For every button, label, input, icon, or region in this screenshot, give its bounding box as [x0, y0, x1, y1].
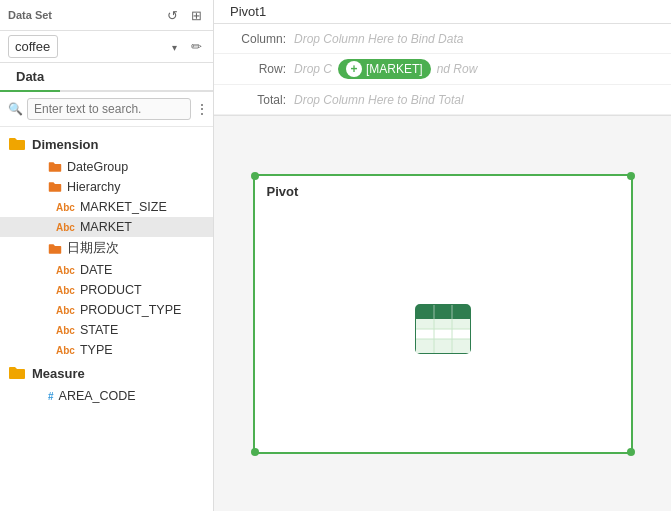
menu-dots-icon[interactable]: ⋮ — [195, 101, 209, 117]
hierarchy-folder-icon — [48, 180, 62, 194]
product-label: PRODUCT — [80, 283, 142, 297]
dataset-selector: coffee ▾ ✏ — [0, 31, 213, 63]
type-abc-icon: Abc — [56, 345, 75, 356]
chip-plus-icon: + — [346, 61, 362, 77]
market-chip[interactable]: + [MARKET] — [338, 59, 431, 79]
dataset-header: Data Set ↺ ⊞ — [0, 0, 213, 31]
chip-label: [MARKET] — [366, 62, 423, 76]
handle-top-left[interactable] — [251, 172, 259, 180]
pivot-title-bar: Pivot1 — [214, 0, 671, 24]
list-item[interactable]: Abc STATE — [0, 320, 213, 340]
settings-icon[interactable]: ⊞ — [187, 6, 205, 24]
column-drop-zone[interactable]: Drop Column Here to Bind Data — [294, 32, 659, 46]
svg-rect-7 — [416, 339, 470, 353]
dataset-icons: ↺ ⊞ — [163, 6, 205, 24]
type-label: TYPE — [80, 343, 113, 357]
search-icon: 🔍 — [8, 102, 23, 116]
hierarchy-label: Hierarchy — [67, 180, 121, 194]
list-item[interactable]: Abc PRODUCT — [0, 280, 213, 300]
measure-label: Measure — [32, 366, 85, 381]
list-item[interactable]: 日期层次 — [0, 237, 213, 260]
svg-rect-6 — [416, 329, 470, 339]
left-panel: Data Set ↺ ⊞ coffee ▾ ✏ Data 🔍 ⋮ — [0, 0, 214, 511]
list-item[interactable]: Abc PRODUCT_TYPE — [0, 300, 213, 320]
pivot-widget[interactable]: Pivot — [253, 174, 633, 454]
product-type-label: PRODUCT_TYPE — [80, 303, 181, 317]
state-label: STATE — [80, 323, 118, 337]
market-label: MARKET — [80, 220, 132, 234]
dategroup-label: DateGroup — [67, 160, 128, 174]
market-size-label: MARKET_SIZE — [80, 200, 167, 214]
measure-section-header: Measure — [0, 360, 213, 386]
search-row: 🔍 ⋮ — [0, 92, 213, 127]
type-abc-icon: Abc — [56, 202, 75, 213]
type-hash-icon: # — [48, 391, 54, 402]
row-binding-row: Row: Drop C + [MARKET] nd Row — [214, 54, 671, 85]
right-panel: Pivot1 Column: Drop Column Here to Bind … — [214, 0, 671, 511]
select-arrow-icon: ▾ — [172, 41, 177, 52]
canvas-area: Pivot — [214, 116, 671, 511]
handle-bottom-left[interactable] — [251, 448, 259, 456]
dimension-folder-icon — [8, 135, 26, 153]
refresh-icon[interactable]: ↺ — [163, 6, 181, 24]
handle-bottom-right[interactable] — [627, 448, 635, 456]
list-item[interactable]: # AREA_CODE — [0, 386, 213, 406]
type-abc-icon: Abc — [56, 222, 75, 233]
list-item[interactable]: Abc MARKET — [0, 217, 213, 237]
list-item[interactable]: DateGroup — [0, 157, 213, 177]
measure-folder-icon — [8, 364, 26, 382]
total-binding-row: Total: Drop Column Here to Bind Total — [214, 85, 671, 115]
date-hier-folder-icon — [48, 242, 62, 256]
type-abc-icon: Abc — [56, 305, 75, 316]
binding-area: Column: Drop Column Here to Bind Data Ro… — [214, 24, 671, 116]
pivot-title: Pivot1 — [230, 4, 266, 19]
list-item[interactable]: Abc MARKET_SIZE — [0, 197, 213, 217]
handle-top-right[interactable] — [627, 172, 635, 180]
tab-data[interactable]: Data — [0, 63, 60, 90]
list-item[interactable]: Hierarchy — [0, 177, 213, 197]
dimension-section-header: Dimension — [0, 131, 213, 157]
type-abc-icon: Abc — [56, 325, 75, 336]
pivot-table-icon — [415, 304, 471, 354]
type-abc-icon: Abc — [56, 265, 75, 276]
column-binding-row: Column: Drop Column Here to Bind Data — [214, 24, 671, 54]
list-item[interactable]: Abc TYPE — [0, 340, 213, 360]
row-drop-zone[interactable]: Drop C + [MARKET] nd Row — [294, 59, 659, 79]
list-item[interactable]: Abc DATE — [0, 260, 213, 280]
date-label: DATE — [80, 263, 112, 277]
area-code-label: AREA_CODE — [59, 389, 136, 403]
total-drop-zone[interactable]: Drop Column Here to Bind Total — [294, 93, 659, 107]
row-drop-placeholder: Drop C — [294, 62, 332, 76]
search-input[interactable] — [27, 98, 191, 120]
select-wrapper: coffee ▾ — [8, 35, 183, 58]
edit-dataset-icon[interactable]: ✏ — [187, 38, 205, 56]
svg-rect-5 — [416, 319, 470, 329]
tree-area: Dimension DateGroup Hierarchy Abc MARKET… — [0, 127, 213, 511]
svg-rect-2 — [416, 312, 470, 319]
tabs-row: Data — [0, 63, 213, 92]
dataset-select[interactable]: coffee — [8, 35, 58, 58]
dataset-title: Data Set — [8, 9, 52, 21]
dategroup-folder-icon — [48, 160, 62, 174]
pivot-widget-body — [255, 207, 631, 452]
type-abc-icon: Abc — [56, 285, 75, 296]
row-drop-suffix: nd Row — [437, 62, 478, 76]
column-label: Column: — [226, 32, 286, 46]
dimension-label: Dimension — [32, 137, 98, 152]
row-label: Row: — [226, 62, 286, 76]
date-hier-label: 日期层次 — [67, 240, 119, 257]
total-label: Total: — [226, 93, 286, 107]
pivot-widget-title: Pivot — [255, 176, 631, 207]
